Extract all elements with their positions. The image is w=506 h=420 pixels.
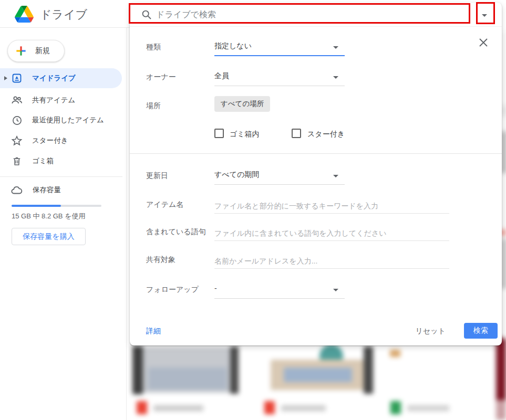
search-dropdown-sheet: 種類 指定しない オーナー 全員 場所 すべての場所 ゴミ箱内 スター付き 更新…	[130, 3, 502, 345]
location-label: 場所	[146, 101, 161, 111]
type-value: 指定しない	[214, 41, 252, 50]
in-trash-checkbox[interactable]	[214, 129, 224, 138]
sidebar-item-recent[interactable]: 最近使用したアイテム	[0, 110, 122, 130]
storage-progress-fill	[12, 205, 61, 207]
item-name-field	[214, 199, 449, 214]
follow-up-dropdown[interactable]: -	[214, 284, 345, 299]
contains-label: 含まれている語句	[146, 227, 206, 237]
modified-label: 更新日	[146, 171, 168, 181]
close-button[interactable]	[477, 36, 490, 49]
item-name-label: アイテム名	[146, 200, 183, 209]
search-input[interactable]	[156, 7, 450, 23]
drive-logo-icon	[15, 6, 34, 23]
contains-input[interactable]	[214, 226, 449, 240]
sidebar-item-trash[interactable]: ゴミ箱	[0, 151, 122, 171]
owner-dropdown[interactable]: 全員	[214, 71, 345, 86]
follow-up-label: フォローアップ	[146, 285, 199, 295]
shared-with-input[interactable]	[214, 254, 449, 268]
blurred-doc-preview	[501, 32, 506, 339]
blurred-doc-preview	[501, 239, 506, 289]
blurred-file-icon-pdf	[264, 401, 275, 414]
sidebar-item-label: ゴミ箱	[32, 156, 54, 166]
contains-field	[214, 226, 449, 241]
sidebar-item-shared[interactable]: 共有アイテム	[0, 90, 122, 110]
storage-usage-text: 15 GB 中 8.2 GB を使用	[12, 212, 85, 221]
page-title: ドライブ	[40, 7, 87, 23]
sidebar-item-label: 最近使用したアイテム	[32, 116, 104, 125]
blurred-thumbnail	[284, 368, 352, 382]
header-divider	[0, 27, 130, 28]
close-icon	[479, 38, 488, 47]
expand-arrow-icon[interactable]	[4, 76, 7, 80]
clock-icon	[11, 115, 23, 126]
in-trash-label: ゴミ箱内	[230, 130, 260, 139]
search-icon	[141, 9, 152, 20]
blurred-doc-preview	[501, 229, 505, 236]
sidebar-item-label: 共有アイテム	[32, 96, 75, 105]
shared-with-field	[214, 254, 449, 269]
new-button-label: 新規	[35, 46, 50, 56]
cloud-icon	[11, 185, 23, 195]
starred-checkbox[interactable]	[292, 129, 301, 138]
chevron-down-icon	[333, 175, 338, 177]
storage-progress-bar	[12, 205, 101, 207]
my-drive-icon	[11, 73, 23, 83]
owner-label: オーナー	[146, 72, 176, 82]
reset-button[interactable]: リセット	[416, 327, 446, 336]
follow-up-value: -	[214, 284, 217, 292]
blurred-file-icon-pdf	[137, 401, 147, 414]
type-label: 種類	[146, 43, 161, 52]
blurred-thumbnail	[390, 350, 400, 357]
blurred-thumbnail	[148, 368, 227, 390]
blurred-file-name	[153, 405, 203, 411]
search-options-caret-button[interactable]	[479, 10, 490, 20]
plus-multicolor-icon	[14, 44, 28, 58]
sidebar-item-starred[interactable]: スター付き	[0, 131, 122, 151]
sidebar-item-my-drive[interactable]: マイドライブ	[0, 68, 122, 88]
panel-divider	[130, 153, 502, 154]
chevron-down-icon	[333, 289, 338, 291]
blurred-file-name	[407, 405, 449, 411]
star-icon	[11, 135, 23, 146]
shared-with-label: 共有対象	[146, 255, 175, 265]
advanced-link[interactable]: 詳細	[146, 327, 161, 336]
buy-storage-button[interactable]: 保存容量を購入	[12, 228, 86, 245]
storage-title: 保存容量	[33, 185, 61, 195]
chevron-down-icon	[333, 76, 338, 79]
owner-value: 全員	[214, 71, 229, 80]
sidebar-divider	[126, 27, 127, 420]
modified-dropdown[interactable]: すべての期間	[214, 170, 345, 185]
starred-label: スター付き	[307, 130, 345, 139]
blurred-thumbnail	[496, 400, 506, 420]
sidebar-item-label: スター付き	[32, 136, 68, 145]
search-bar	[130, 3, 502, 27]
blurred-thumbnail	[364, 346, 373, 394]
chevron-down-icon	[333, 46, 338, 49]
blurred-file-name	[281, 405, 326, 411]
shared-people-icon	[11, 94, 23, 106]
location-chip[interactable]: すべての場所	[214, 96, 270, 112]
blurred-doc-preview	[501, 105, 506, 117]
sidebar-item-label: マイドライブ	[32, 74, 76, 83]
blurred-file-icon-sheet	[390, 401, 401, 414]
chevron-down-icon	[482, 14, 487, 17]
storage-divider	[0, 176, 122, 177]
blurred-thumbnail	[230, 346, 239, 394]
blurred-thumbnail	[496, 337, 506, 401]
trash-icon	[11, 156, 23, 166]
blurred-thumbnail	[132, 346, 143, 394]
item-name-input[interactable]	[214, 199, 449, 213]
search-submit-button[interactable]: 検索	[464, 323, 498, 339]
type-dropdown[interactable]: 指定しない	[214, 41, 345, 56]
new-button[interactable]: 新規	[7, 40, 65, 62]
modified-value: すべての期間	[214, 170, 259, 178]
blurred-doc-preview	[501, 131, 506, 173]
